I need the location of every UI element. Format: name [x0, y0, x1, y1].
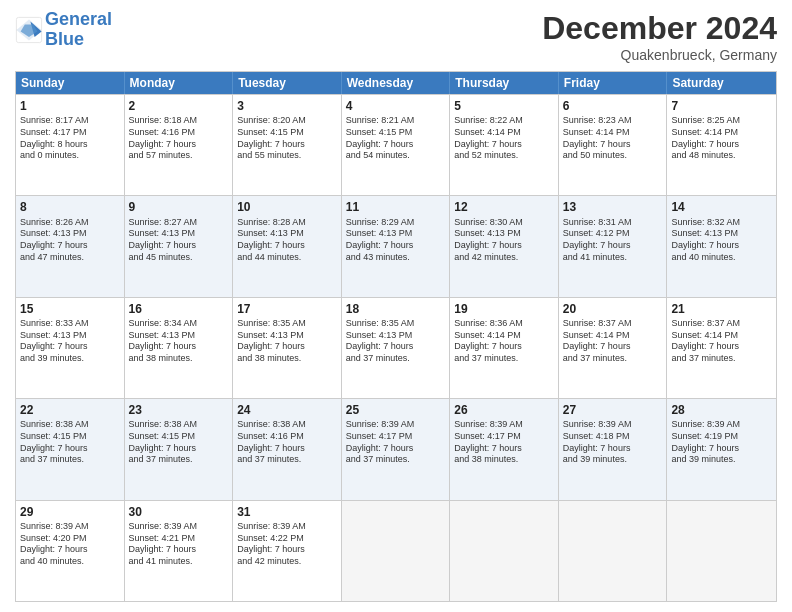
header-day-tuesday: Tuesday	[233, 72, 342, 94]
calendar-cell: 2Sunrise: 8:18 AMSunset: 4:16 PMDaylight…	[125, 95, 234, 195]
cell-info-line: and 40 minutes.	[671, 252, 772, 264]
cell-info-line: Sunset: 4:21 PM	[129, 533, 229, 545]
cell-info-line: Sunrise: 8:39 AM	[129, 521, 229, 533]
day-number: 21	[671, 301, 772, 317]
title-block: December 2024 Quakenbrueck, Germany	[542, 10, 777, 63]
calendar-cell: 1Sunrise: 8:17 AMSunset: 4:17 PMDaylight…	[16, 95, 125, 195]
calendar-cell: 5Sunrise: 8:22 AMSunset: 4:14 PMDaylight…	[450, 95, 559, 195]
cell-info-line: Daylight: 7 hours	[454, 341, 554, 353]
calendar-cell: 4Sunrise: 8:21 AMSunset: 4:15 PMDaylight…	[342, 95, 451, 195]
calendar-cell: 7Sunrise: 8:25 AMSunset: 4:14 PMDaylight…	[667, 95, 776, 195]
cell-info-line: Daylight: 7 hours	[20, 544, 120, 556]
calendar-cell: 15Sunrise: 8:33 AMSunset: 4:13 PMDayligh…	[16, 298, 125, 398]
day-number: 23	[129, 402, 229, 418]
day-number: 7	[671, 98, 772, 114]
cell-info-line: Sunrise: 8:38 AM	[129, 419, 229, 431]
cell-info-line: Sunset: 4:14 PM	[454, 127, 554, 139]
cell-info-line: Sunset: 4:15 PM	[129, 431, 229, 443]
cell-info-line: Daylight: 7 hours	[454, 443, 554, 455]
day-number: 8	[20, 199, 120, 215]
day-number: 3	[237, 98, 337, 114]
cell-info-line: and 39 minutes.	[671, 454, 772, 466]
calendar-cell: 30Sunrise: 8:39 AMSunset: 4:21 PMDayligh…	[125, 501, 234, 601]
calendar-cell: 12Sunrise: 8:30 AMSunset: 4:13 PMDayligh…	[450, 196, 559, 296]
cell-info-line: Daylight: 7 hours	[563, 139, 663, 151]
cell-info-line: Sunrise: 8:39 AM	[454, 419, 554, 431]
calendar-cell: 13Sunrise: 8:31 AMSunset: 4:12 PMDayligh…	[559, 196, 668, 296]
calendar-cell: 9Sunrise: 8:27 AMSunset: 4:13 PMDaylight…	[125, 196, 234, 296]
cell-info-line: and 44 minutes.	[237, 252, 337, 264]
cell-info-line: Daylight: 7 hours	[129, 443, 229, 455]
day-number: 12	[454, 199, 554, 215]
calendar-row-1: 1Sunrise: 8:17 AMSunset: 4:17 PMDaylight…	[16, 94, 776, 195]
cell-info-line: and 39 minutes.	[563, 454, 663, 466]
cell-info-line: and 37 minutes.	[671, 353, 772, 365]
calendar-cell: 11Sunrise: 8:29 AMSunset: 4:13 PMDayligh…	[342, 196, 451, 296]
cell-info-line: Daylight: 7 hours	[454, 139, 554, 151]
cell-info-line: Daylight: 7 hours	[20, 240, 120, 252]
cell-info-line: Sunrise: 8:32 AM	[671, 217, 772, 229]
calendar-cell: 24Sunrise: 8:38 AMSunset: 4:16 PMDayligh…	[233, 399, 342, 499]
calendar-cell: 28Sunrise: 8:39 AMSunset: 4:19 PMDayligh…	[667, 399, 776, 499]
cell-info-line: Daylight: 7 hours	[237, 240, 337, 252]
calendar-cell: 26Sunrise: 8:39 AMSunset: 4:17 PMDayligh…	[450, 399, 559, 499]
day-number: 9	[129, 199, 229, 215]
cell-info-line: Sunrise: 8:37 AM	[671, 318, 772, 330]
cell-info-line: and 38 minutes.	[454, 454, 554, 466]
cell-info-line: and 41 minutes.	[129, 556, 229, 568]
cell-info-line: and 52 minutes.	[454, 150, 554, 162]
cell-info-line: Sunset: 4:15 PM	[20, 431, 120, 443]
cell-info-line: Sunset: 4:22 PM	[237, 533, 337, 545]
day-number: 29	[20, 504, 120, 520]
cell-info-line: Sunrise: 8:38 AM	[20, 419, 120, 431]
cell-info-line: Daylight: 7 hours	[671, 341, 772, 353]
cell-info-line: and 47 minutes.	[20, 252, 120, 264]
day-number: 4	[346, 98, 446, 114]
cell-info-line: and 38 minutes.	[237, 353, 337, 365]
day-number: 6	[563, 98, 663, 114]
calendar-row-2: 8Sunrise: 8:26 AMSunset: 4:13 PMDaylight…	[16, 195, 776, 296]
cell-info-line: Sunrise: 8:25 AM	[671, 115, 772, 127]
cell-info-line: Sunset: 4:15 PM	[237, 127, 337, 139]
header-day-monday: Monday	[125, 72, 234, 94]
cell-info-line: Sunrise: 8:35 AM	[237, 318, 337, 330]
logo-text: General Blue	[45, 10, 112, 50]
cell-info-line: Daylight: 7 hours	[671, 443, 772, 455]
calendar-cell	[667, 501, 776, 601]
cell-info-line: Daylight: 7 hours	[346, 139, 446, 151]
day-number: 24	[237, 402, 337, 418]
cell-info-line: Sunrise: 8:26 AM	[20, 217, 120, 229]
cell-info-line: Sunset: 4:13 PM	[346, 228, 446, 240]
cell-info-line: Sunrise: 8:17 AM	[20, 115, 120, 127]
cell-info-line: Daylight: 7 hours	[346, 443, 446, 455]
day-number: 18	[346, 301, 446, 317]
cell-info-line: and 37 minutes.	[129, 454, 229, 466]
cell-info-line: Daylight: 7 hours	[563, 443, 663, 455]
cell-info-line: Sunset: 4:12 PM	[563, 228, 663, 240]
cell-info-line: Daylight: 7 hours	[454, 240, 554, 252]
day-number: 27	[563, 402, 663, 418]
cell-info-line: Sunrise: 8:39 AM	[346, 419, 446, 431]
cell-info-line: and 39 minutes.	[20, 353, 120, 365]
day-number: 1	[20, 98, 120, 114]
cell-info-line: and 43 minutes.	[346, 252, 446, 264]
calendar-cell: 6Sunrise: 8:23 AMSunset: 4:14 PMDaylight…	[559, 95, 668, 195]
day-number: 13	[563, 199, 663, 215]
calendar-body: 1Sunrise: 8:17 AMSunset: 4:17 PMDaylight…	[16, 94, 776, 601]
cell-info-line: Daylight: 7 hours	[237, 139, 337, 151]
calendar-row-3: 15Sunrise: 8:33 AMSunset: 4:13 PMDayligh…	[16, 297, 776, 398]
cell-info-line: Sunset: 4:13 PM	[20, 228, 120, 240]
header-day-wednesday: Wednesday	[342, 72, 451, 94]
cell-info-line: Sunset: 4:19 PM	[671, 431, 772, 443]
calendar-cell: 19Sunrise: 8:36 AMSunset: 4:14 PMDayligh…	[450, 298, 559, 398]
cell-info-line: and 48 minutes.	[671, 150, 772, 162]
cell-info-line: and 37 minutes.	[20, 454, 120, 466]
logo-blue: Blue	[45, 29, 84, 49]
day-number: 15	[20, 301, 120, 317]
logo-general: General	[45, 9, 112, 29]
calendar-cell: 14Sunrise: 8:32 AMSunset: 4:13 PMDayligh…	[667, 196, 776, 296]
calendar-cell: 25Sunrise: 8:39 AMSunset: 4:17 PMDayligh…	[342, 399, 451, 499]
cell-info-line: Sunset: 4:13 PM	[346, 330, 446, 342]
cell-info-line: Sunrise: 8:38 AM	[237, 419, 337, 431]
cell-info-line: and 0 minutes.	[20, 150, 120, 162]
